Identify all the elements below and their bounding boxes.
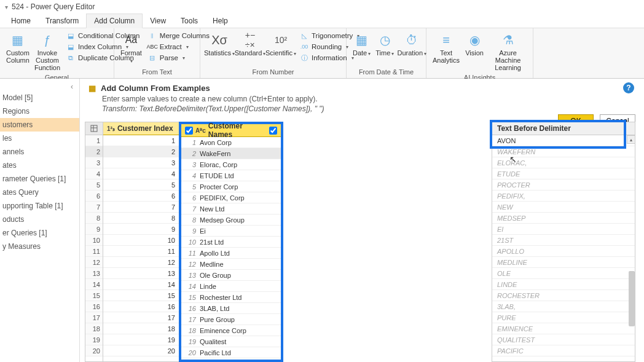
result-cell[interactable]: APOLLO [492, 246, 635, 257]
name-cell[interactable]: 2WakeFern [181, 148, 281, 159]
name-cell[interactable]: 18Eminence Corp [181, 325, 281, 336]
collapse-queries-button[interactable]: ‹ [0, 82, 79, 91]
index-cell[interactable]: 8 [103, 213, 179, 224]
row-number[interactable]: 1 [85, 135, 103, 146]
index-cell[interactable]: 1 [103, 135, 179, 146]
invoke-function-button[interactable]: ƒ Invoke Custom Function [33, 30, 61, 74]
format-button[interactable]: Áá Format▾ [119, 30, 143, 68]
query-item[interactable]: upporting Table [1] [0, 199, 79, 213]
index-cell[interactable]: 17 [103, 312, 179, 323]
name-cell[interactable]: 1021st Ltd [181, 237, 281, 248]
result-column[interactable]: Text Before Delimiter AVONWAKEFERNELORAC… [492, 122, 635, 362]
query-item[interactable]: ates [0, 159, 79, 172]
menu-help[interactable]: Help [205, 14, 235, 28]
row-number[interactable]: 16 [85, 301, 103, 312]
result-cell[interactable]: OLE [492, 268, 635, 279]
query-item[interactable]: er Queries [1] [0, 226, 79, 240]
name-cell[interactable]: 15Rochester Ltd [181, 292, 281, 303]
result-cell[interactable]: PACIFIC [492, 345, 635, 356]
menu-home[interactable]: Home [4, 14, 38, 28]
result-cell[interactable]: ROCHESTER [492, 290, 635, 301]
result-cell[interactable]: 3LAB, [492, 301, 635, 312]
row-number[interactable]: 3 [85, 157, 103, 168]
index-cell[interactable]: 6 [103, 191, 179, 202]
index-cell[interactable]: 14 [103, 279, 179, 290]
index-cell[interactable]: 20 [103, 345, 179, 356]
custom-column-button[interactable]: ▦ Custom Column [5, 30, 31, 66]
vertical-scrollbar[interactable] [629, 271, 635, 326]
index-cell[interactable]: 7 [103, 202, 179, 213]
menu-add-column[interactable]: Add Column [86, 14, 143, 28]
name-cell[interactable]: 8Medsep Group [181, 214, 281, 226]
result-cell[interactable]: NEW [492, 202, 635, 213]
row-number[interactable]: 14 [85, 279, 103, 290]
time-button[interactable]: ◷Time▾ [374, 30, 395, 60]
index-cell[interactable]: 15 [103, 290, 179, 301]
table-options-button[interactable] [85, 122, 103, 135]
menu-tools[interactable]: Tools [173, 14, 205, 28]
select-column-checkbox[interactable] [185, 127, 193, 135]
name-cell[interactable]: 3Elorac, Corp [181, 159, 281, 170]
row-number[interactable]: 19 [85, 334, 103, 345]
result-cell[interactable]: EI [492, 224, 635, 235]
result-cell[interactable]: ETUDE [492, 168, 635, 179]
date-button[interactable]: ▦Date▾ [351, 30, 372, 60]
name-cell[interactable]: 13Ole Group [181, 270, 281, 281]
row-number[interactable]: 15 [85, 290, 103, 301]
query-item[interactable]: annels [0, 145, 79, 159]
row-number[interactable]: 13 [85, 268, 103, 279]
azure-ml-button[interactable]: ⚗Azure Machine Learning [488, 30, 528, 74]
index-cell[interactable]: 19 [103, 334, 179, 345]
index-cell[interactable]: 11 [103, 246, 179, 257]
menu-transform[interactable]: Transform [38, 14, 86, 28]
row-number[interactable]: 9 [85, 224, 103, 235]
index-cell[interactable]: 4 [103, 168, 179, 179]
name-cell[interactable]: 11Apollo Ltd [181, 248, 281, 259]
name-cell[interactable]: 20Pacific Ltd [181, 347, 281, 358]
name-cell[interactable]: 4ETUDE Ltd [181, 170, 281, 181]
standard-button[interactable]: +−÷×Standard▾ [236, 30, 264, 60]
index-cell[interactable]: 16 [103, 301, 179, 312]
row-number[interactable]: 11 [85, 246, 103, 257]
query-item[interactable]: les [0, 132, 79, 145]
scroll-up-button[interactable]: ▴ [627, 135, 635, 144]
result-cell[interactable]: EMINENCE [492, 323, 635, 334]
statistics-button[interactable]: XσStatistics▾ [205, 30, 234, 60]
result-header[interactable]: Text Before Delimiter [492, 122, 635, 135]
query-item[interactable]: Model [5] [0, 91, 79, 104]
row-number[interactable]: 12 [85, 257, 103, 268]
result-cell[interactable]: PEDIFIX, [492, 191, 635, 202]
query-item[interactable]: ates Query [0, 186, 79, 199]
query-item[interactable]: y Measures [0, 240, 79, 253]
column-menu-checkbox[interactable] [269, 127, 277, 135]
row-number[interactable]: 10 [85, 235, 103, 246]
row-number[interactable]: 6 [85, 191, 103, 202]
result-cell[interactable]: MEDSEP [492, 213, 635, 224]
query-item[interactable]: oducts [0, 213, 79, 226]
row-number[interactable]: 4 [85, 168, 103, 179]
index-cell[interactable]: 10 [103, 235, 179, 246]
result-cell[interactable]: PURE [492, 312, 635, 323]
vision-button[interactable]: ◉Vision [463, 30, 485, 59]
result-cell[interactable]: WAKEFERN [492, 146, 635, 157]
name-cell[interactable]: 19Qualitest [181, 336, 281, 347]
index-cell[interactable]: 9 [103, 224, 179, 235]
index-cell[interactable]: 18 [103, 323, 179, 334]
name-cell[interactable]: 17Pure Group [181, 314, 281, 325]
name-cell[interactable]: 5Procter Corp [181, 181, 281, 192]
row-number[interactable]: 5 [85, 179, 103, 191]
query-item[interactable]: Regions [0, 104, 79, 118]
name-cell[interactable]: 7New Ltd [181, 203, 281, 214]
duration-button[interactable]: ⏱Duration▾ [398, 30, 426, 60]
index-cell[interactable]: 12 [103, 257, 179, 268]
row-number[interactable]: 18 [85, 323, 103, 334]
index-cell[interactable]: 13 [103, 268, 179, 279]
customer-names-column[interactable]: Aᴮc Customer Names 1Avon Corp2WakeFern3E… [179, 122, 283, 362]
row-number[interactable]: 7 [85, 202, 103, 213]
result-cell[interactable]: ELORAC, [492, 157, 635, 168]
scientific-button[interactable]: 10²Scientific▾ [267, 30, 295, 60]
row-number[interactable]: 8 [85, 213, 103, 224]
name-cell[interactable]: 6PEDIFIX, Corp [181, 192, 281, 203]
name-cell[interactable]: 12Medline [181, 259, 281, 270]
result-cell[interactable]: MEDLINE [492, 257, 635, 268]
